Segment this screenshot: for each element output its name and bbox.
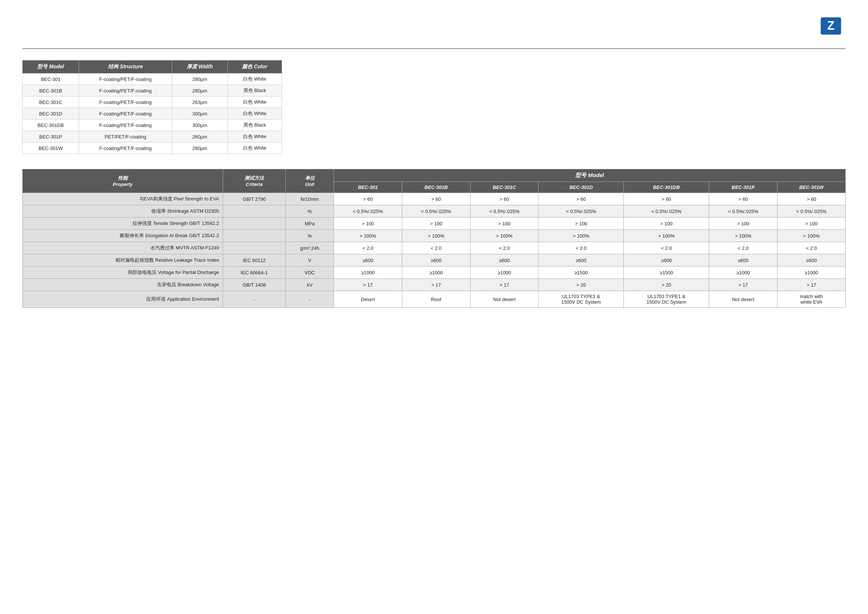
table1-cell: 白色 White <box>228 73 282 85</box>
table1-header-cell: 厚度 Width <box>172 60 228 73</box>
value-cell: > 100 <box>333 217 402 230</box>
unit-cell: - <box>286 291 334 308</box>
value-cell: ≥1000 <box>470 267 538 279</box>
value-cell: < 0.5%/.025% <box>402 205 470 217</box>
value-cell: > 20 <box>624 279 709 291</box>
value-cell: > 100 <box>402 217 470 230</box>
value-cell: ≥600 <box>624 254 709 267</box>
property-row: 拉伸强度 Tensile Strength GB/T 13542.2MPa> 1… <box>23 217 846 230</box>
value-cell: > 100 <box>538 217 624 230</box>
table1-cell: PET/PET/F-coating <box>79 131 172 143</box>
criteria-cell: IEC 60664-1 <box>223 267 286 279</box>
table1-cell: BEC-301DB <box>23 119 79 131</box>
value-cell: > 60 <box>777 193 846 205</box>
table1-cell: 300μm <box>172 108 228 119</box>
value-cell: > 17 <box>777 279 846 291</box>
table1-row: BEC-301WF-coating/PET/F-coating280μm白色 W… <box>23 143 282 154</box>
value-cell: ≥1500 <box>538 267 624 279</box>
unit-cell: % <box>286 230 334 242</box>
criteria-cell <box>223 230 286 242</box>
value-cell: ≥1000 <box>709 267 777 279</box>
value-cell: > 60 <box>709 193 777 205</box>
model-col-header: BEC-301 <box>333 182 402 193</box>
value-cell: < 0.5%/.025% <box>777 205 846 217</box>
page-divider <box>22 48 846 49</box>
value-cell: ≥1500 <box>624 267 709 279</box>
table1-cell: 280μm <box>172 73 228 85</box>
model-span-header: 型号 Model <box>333 169 845 182</box>
value-cell: > 60 <box>538 193 624 205</box>
table1-cell: 白色 White <box>228 108 282 119</box>
table1-header-cell: 型号 Model <box>23 60 79 73</box>
value-cell: < 2.0 <box>333 242 402 254</box>
table1-cell: 280μm <box>172 85 228 96</box>
model-col-header: BEC-301DB <box>624 182 709 193</box>
property-table: 性能Property测试方法Criteria单位Unit型号 ModelBEC-… <box>22 169 846 308</box>
property-row: 水汽透过率 MVTR ASTM F1249g/m².24h< 2.0< 2.0<… <box>23 242 846 254</box>
table1-cell: 263μm <box>172 96 228 108</box>
value-cell: ≥1000 <box>777 267 846 279</box>
value-cell: Roof <box>402 291 470 308</box>
table1-cell: 黑色 Black <box>228 119 282 131</box>
table1-cell: 黑色 Black <box>228 85 282 96</box>
value-cell: < 2.0 <box>777 242 846 254</box>
value-cell: > 17 <box>402 279 470 291</box>
criteria-cell <box>223 217 286 230</box>
criteria-cell: IEC 60112 <box>223 254 286 267</box>
model-col-header: BEC-301B <box>402 182 470 193</box>
value-cell: UL1703 TYPE1 & 1500V DC System <box>624 291 709 308</box>
property-name-cell: 应用环境 Application Environment <box>23 291 223 308</box>
value-cell: < 0.5%/.025% <box>538 205 624 217</box>
value-cell: match with white EVA <box>777 291 846 308</box>
value-cell: ≥1000 <box>402 267 470 279</box>
property-name-cell: 相对漏电起痕指数 Relative Leakage Trace Index <box>23 254 223 267</box>
value-cell: < 0.5%/.025% <box>624 205 709 217</box>
criteria-cell <box>223 242 286 254</box>
criteria-cell: GB/T 2790 <box>223 193 286 205</box>
logo: Z <box>820 15 846 37</box>
header: Z <box>22 15 846 37</box>
value-cell: < 2.0 <box>470 242 538 254</box>
table1-cell: F-coating/PET/F-coating <box>79 96 172 108</box>
table1-header-cell: 颜色 Color <box>228 60 282 73</box>
table1-row: BEC-301PPET/PET/F-coating260μm白色 White <box>23 131 282 143</box>
table1-cell: 白色 White <box>228 96 282 108</box>
value-cell: > 60 <box>470 193 538 205</box>
value-cell: > 60 <box>624 193 709 205</box>
table1-cell: BEC-301C <box>23 96 79 108</box>
value-cell: > 100 <box>709 217 777 230</box>
value-cell: ≥600 <box>470 254 538 267</box>
svg-text:Z: Z <box>827 19 835 32</box>
property-row: 与EVA剥离强度 Peel Strength to EVAGB/T 2790N/… <box>23 193 846 205</box>
value-cell: > 100% <box>402 230 470 242</box>
value-cell: > 17 <box>470 279 538 291</box>
value-cell: > 100% <box>538 230 624 242</box>
unit-cell: g/m².24h <box>286 242 334 254</box>
table1-row: BEC-301F-coating/PET/F-coating280μm白色 Wh… <box>23 73 282 85</box>
criteria-cell: GB/T 1408 <box>223 279 286 291</box>
property-name-cell: 收缩率 Shrinkage ASTM D2305 <box>23 205 223 217</box>
property-name-cell: 拉伸强度 Tensile Strength GB/T 13542.2 <box>23 217 223 230</box>
value-cell: ≥600 <box>777 254 846 267</box>
table1-row: BEC-301BF-coating/PET/F-coating280μm黑色 B… <box>23 85 282 96</box>
unit-cell: % <box>286 205 334 217</box>
value-cell: > 100 <box>624 217 709 230</box>
value-cell: > 100% <box>709 230 777 242</box>
value-cell: > 100% <box>470 230 538 242</box>
table1-cell: 白色 White <box>228 131 282 143</box>
value-cell: Not desert <box>470 291 538 308</box>
table1-cell: BEC-301P <box>23 131 79 143</box>
model-col-header: BEC-301W <box>777 182 846 193</box>
value-cell: UL1703 TYPE1 & 1500V DC System <box>538 291 624 308</box>
value-cell: > 100% <box>333 230 402 242</box>
table1-cell: F-coating/PET/F-coating <box>79 73 172 85</box>
unit-header: 单位Unit <box>286 169 334 193</box>
value-cell: < 0.5%/.025% <box>470 205 538 217</box>
property-header: 性能Property <box>23 169 223 193</box>
value-cell: > 100 <box>777 217 846 230</box>
value-cell: > 100 <box>470 217 538 230</box>
model-col-header: BEC-301C <box>470 182 538 193</box>
property-name-cell: 水汽透过率 MVTR ASTM F1249 <box>23 242 223 254</box>
table1-cell: 260μm <box>172 131 228 143</box>
table1-cell: BEC-301 <box>23 73 79 85</box>
